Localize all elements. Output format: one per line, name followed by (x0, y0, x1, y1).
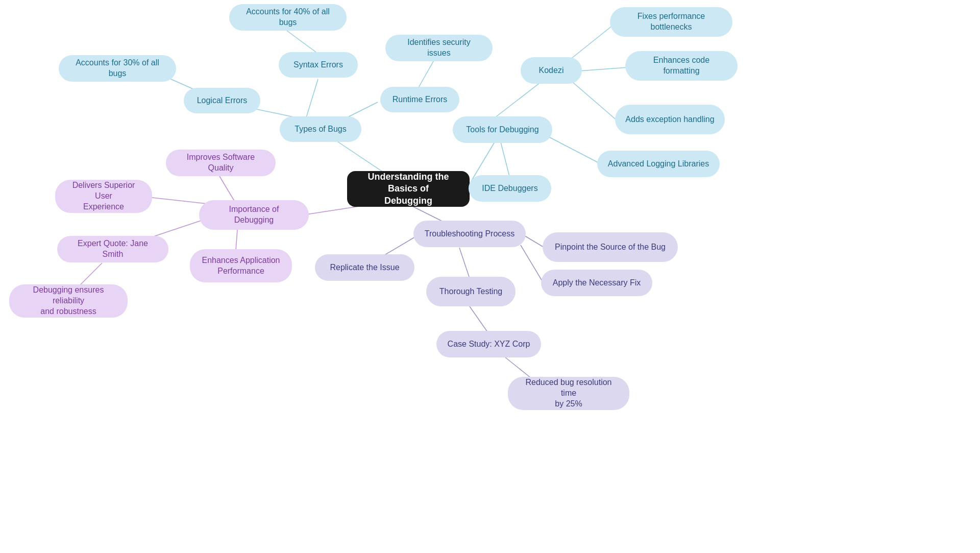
kodezi-label: Kodezi (539, 65, 564, 76)
accounts-40-node: Accounts for 40% of all bugs (229, 4, 347, 31)
debugging-ensures-label: Debugging ensures reliability and robust… (19, 285, 117, 317)
svg-line-23 (521, 245, 544, 283)
expert-quote-label: Expert Quote: Jane Smith (67, 238, 158, 260)
pinpoint-source-node: Pinpoint the Source of the Bug (543, 232, 678, 262)
svg-line-24 (459, 248, 470, 278)
svg-line-4 (287, 31, 318, 54)
pinpoint-source-label: Pinpoint the Source of the Bug (555, 242, 666, 253)
center-node: Understanding the Basics of Debugging (347, 171, 470, 207)
enhances-code-node: Enhances code formatting (625, 51, 738, 81)
improves-quality-node: Improves Software Quality (166, 150, 276, 176)
runtime-errors-node: Runtime Errors (380, 87, 459, 112)
replicate-issue-label: Replicate the Issue (330, 262, 399, 273)
identifies-security-node: Identifies security issues (385, 35, 493, 61)
enhances-code-label: Enhances code formatting (635, 55, 727, 77)
svg-line-2 (306, 79, 318, 117)
apply-fix-label: Apply the Necessary Fix (553, 278, 641, 288)
identifies-security-label: Identifies security issues (396, 37, 482, 59)
center-label: Understanding the Basics of Debugging (357, 171, 459, 207)
replicate-issue-node: Replicate the Issue (315, 254, 414, 281)
accounts-30-label: Accounts for 30% of all bugs (69, 58, 166, 79)
fixes-perf-label: Fixes performance bottlenecks (620, 11, 722, 33)
importance-debugging-node: Importance of Debugging (199, 200, 309, 230)
syntax-errors-node: Syntax Errors (279, 52, 358, 78)
enhances-app-node: Enhances Application Performance (190, 249, 292, 282)
case-study-node: Case Study: XYZ Corp (436, 331, 541, 357)
enhances-app-label: Enhances Application Performance (202, 255, 280, 277)
logical-errors-label: Logical Errors (197, 95, 248, 106)
syntax-errors-label: Syntax Errors (293, 60, 343, 70)
runtime-errors-label: Runtime Errors (393, 94, 448, 105)
apply-fix-node: Apply the Necessary Fix (541, 270, 652, 296)
improves-quality-label: Improves Software Quality (176, 152, 265, 174)
adds-exception-label: Adds exception handling (625, 114, 714, 125)
svg-line-15 (219, 176, 235, 202)
debugging-ensures-node: Debugging ensures reliability and robust… (9, 284, 128, 318)
fixes-perf-node: Fixes performance bottlenecks (610, 7, 732, 37)
svg-line-26 (505, 357, 531, 378)
svg-line-16 (143, 197, 212, 204)
svg-line-19 (79, 263, 102, 286)
svg-line-11 (569, 79, 618, 121)
accounts-30-node: Accounts for 30% of all bugs (59, 55, 176, 82)
logical-errors-node: Logical Errors (184, 88, 260, 113)
tools-debugging-node: Tools for Debugging (453, 116, 552, 143)
svg-line-17 (236, 230, 237, 250)
delivers-ux-label: Delivers Superior User Experience (65, 180, 142, 212)
thorough-testing-label: Thorough Testing (439, 286, 502, 297)
accounts-40-label: Accounts for 40% of all bugs (239, 7, 336, 28)
types-of-bugs-node: Types of Bugs (280, 116, 361, 142)
ide-debuggers-label: IDE Debuggers (482, 183, 537, 194)
expert-quote-node: Expert Quote: Jane Smith (57, 236, 168, 262)
ide-debuggers-node: IDE Debuggers (469, 175, 551, 202)
troubleshooting-node: Troubleshooting Process (413, 221, 526, 247)
types-of-bugs-label: Types of Bugs (295, 124, 346, 135)
reduced-bug-node: Reduced bug resolution time by 25% (508, 377, 629, 410)
advanced-logging-label: Advanced Logging Libraries (608, 159, 709, 170)
tools-debugging-label: Tools for Debugging (466, 125, 538, 135)
svg-line-25 (470, 306, 487, 332)
adds-exception-node: Adds exception handling (615, 105, 725, 134)
importance-debugging-label: Importance of Debugging (209, 204, 299, 226)
troubleshooting-label: Troubleshooting Process (425, 229, 514, 239)
delivers-ux-node: Delivers Superior User Experience (55, 180, 152, 213)
reduced-bug-label: Reduced bug resolution time by 25% (518, 377, 619, 409)
advanced-logging-node: Advanced Logging Libraries (597, 151, 720, 177)
thorough-testing-node: Thorough Testing (426, 277, 516, 306)
case-study-label: Case Study: XYZ Corp (448, 339, 530, 350)
kodezi-node: Kodezi (521, 57, 582, 84)
